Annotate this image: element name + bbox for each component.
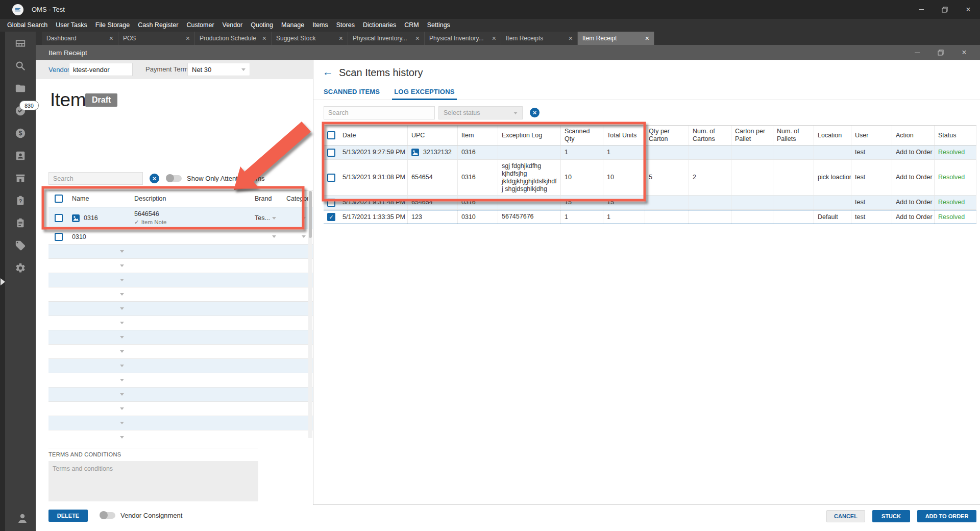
dropdown-arrow-icon[interactable] <box>120 293 124 296</box>
empty-item-row[interactable] <box>48 287 313 302</box>
row-checkbox[interactable] <box>327 199 335 207</box>
menu-item-vendor[interactable]: Vendor <box>218 19 247 32</box>
contacts-icon[interactable] <box>15 150 26 161</box>
item-row[interactable]: 03165646546✓Item NoteTes... <box>48 207 313 229</box>
dropdown-arrow-icon[interactable] <box>120 350 124 353</box>
tab-dashboard[interactable]: Dashboard× <box>42 32 118 45</box>
menu-item-quoting[interactable]: Quoting <box>247 19 277 32</box>
empty-item-row[interactable] <box>48 245 313 259</box>
window-close-button[interactable]: × <box>957 0 980 19</box>
attention-items-toggle[interactable] <box>166 175 182 182</box>
clear-filter-icon[interactable]: × <box>530 108 540 117</box>
tag-icon[interactable] <box>15 240 26 251</box>
menu-item-stores[interactable]: Stores <box>332 19 359 32</box>
tab-close-icon[interactable]: × <box>109 34 113 42</box>
item-search-input[interactable] <box>48 172 143 185</box>
tab-close-icon[interactable]: × <box>645 34 649 42</box>
tab-close-icon[interactable]: × <box>339 34 343 42</box>
inventory-help-icon[interactable]: ? <box>15 195 26 206</box>
item-note[interactable]: ✓Item Note <box>134 218 167 226</box>
menu-item-items[interactable]: Items <box>308 19 332 32</box>
user-profile-icon[interactable] <box>16 512 29 524</box>
empty-item-row[interactable] <box>48 359 313 373</box>
payment-terms-select[interactable]: Net 30 <box>187 63 250 76</box>
dropdown-arrow-icon[interactable] <box>120 407 124 410</box>
dropdown-arrow-icon[interactable] <box>120 422 124 424</box>
tab-close-icon[interactable]: × <box>492 34 496 42</box>
inner-close-button[interactable]: × <box>952 45 976 60</box>
folder-icon[interactable] <box>15 83 26 94</box>
clear-search-icon[interactable]: × <box>150 174 159 183</box>
back-arrow-icon[interactable]: ← <box>323 66 333 78</box>
dropdown-arrow-icon[interactable] <box>120 379 124 381</box>
menu-item-customer[interactable]: Customer <box>182 19 218 32</box>
row-checkbox[interactable] <box>327 149 335 157</box>
window-maximize-button[interactable] <box>933 0 957 19</box>
cancel-button[interactable]: CANCEL <box>826 510 865 522</box>
dropdown-arrow-icon[interactable] <box>120 250 124 253</box>
finance-dollar-icon[interactable]: $ <box>15 128 26 139</box>
row-checkbox[interactable] <box>327 174 335 182</box>
delete-button[interactable]: DELETE <box>48 510 88 522</box>
dropdown-arrow-icon[interactable] <box>272 217 276 220</box>
empty-item-row[interactable] <box>48 402 313 416</box>
stuck-button[interactable]: STUCK <box>872 510 910 522</box>
checklist-icon[interactable] <box>15 218 26 229</box>
empty-item-row[interactable] <box>48 302 313 316</box>
window-minimize-button[interactable] <box>910 0 933 19</box>
tab-close-icon[interactable]: × <box>186 34 190 42</box>
tab-log-exceptions[interactable]: LOG EXCEPTIONS <box>394 88 454 100</box>
tab-physical-inventory-[interactable]: Physical Inventory...× <box>425 32 501 45</box>
tab-physical-inventory-[interactable]: Physical Inventory...× <box>348 32 425 45</box>
dashboard-icon[interactable] <box>15 38 26 49</box>
empty-item-row[interactable] <box>48 388 313 402</box>
tab-pos[interactable]: POS× <box>118 32 195 45</box>
dropdown-arrow-icon[interactable] <box>302 235 306 238</box>
dropdown-arrow-icon[interactable] <box>120 307 124 310</box>
menu-item-cash-register[interactable]: Cash Register <box>134 19 182 32</box>
settings-gear-icon[interactable] <box>15 262 26 274</box>
empty-item-row[interactable] <box>48 330 313 345</box>
menu-item-file-storage[interactable]: File Storage <box>91 19 134 32</box>
dropdown-arrow-icon[interactable] <box>120 322 124 324</box>
terms-textarea[interactable] <box>48 461 258 501</box>
empty-item-row[interactable] <box>48 316 313 330</box>
inner-restore-button[interactable] <box>929 45 952 60</box>
scan-log-row[interactable]: ✓5/17/2021 1:33:35 PM123031056745767611D… <box>324 210 976 224</box>
search-icon[interactable] <box>15 60 26 71</box>
scan-log-row[interactable]: 5/13/2021 9:31:48 PM65465403161515testAd… <box>324 196 976 210</box>
add-to-order-button[interactable]: ADD TO ORDER <box>917 510 976 522</box>
menu-item-user-tasks[interactable]: User Tasks <box>52 19 91 32</box>
vendor-input[interactable] <box>69 63 133 76</box>
scan-log-row[interactable]: 5/13/2021 9:31:08 PM6546540316sgj fdghjk… <box>324 160 976 196</box>
empty-item-row[interactable] <box>48 430 313 439</box>
tab-close-icon[interactable]: × <box>569 34 573 42</box>
scan-search-input[interactable] <box>324 106 435 119</box>
dropdown-arrow-icon[interactable] <box>302 217 306 220</box>
sidebar-expand-arrow-icon[interactable] <box>1 278 5 285</box>
menu-item-manage[interactable]: Manage <box>277 19 308 32</box>
menu-item-settings[interactable]: Settings <box>423 19 454 32</box>
item-table-scrollbar[interactable] <box>308 190 312 438</box>
tab-scanned-items[interactable]: SCANNED ITEMS <box>324 88 380 100</box>
row-checkbox[interactable] <box>55 233 63 241</box>
tab-suggest-stock[interactable]: Suggest Stock× <box>272 32 348 45</box>
empty-item-row[interactable] <box>48 416 313 430</box>
empty-item-row[interactable] <box>48 373 313 388</box>
status-filter-select[interactable]: Select status <box>438 106 523 119</box>
tab-close-icon[interactable]: × <box>415 34 420 42</box>
tab-item-receipt[interactable]: Item Receipt× <box>578 32 654 45</box>
inner-minimize-button[interactable] <box>905 45 929 60</box>
dropdown-arrow-icon[interactable] <box>120 393 124 396</box>
scan-log-row[interactable]: 5/13/2021 9:27:59 PM32132132031611testAd… <box>324 146 976 160</box>
row-checkbox[interactable] <box>55 214 63 222</box>
menu-item-crm[interactable]: CRM <box>400 19 423 32</box>
dropdown-arrow-icon[interactable] <box>120 365 124 367</box>
dropdown-arrow-icon[interactable] <box>272 235 276 238</box>
row-checkbox[interactable]: ✓ <box>327 213 335 221</box>
row-checkbox[interactable] <box>55 195 63 203</box>
empty-item-row[interactable] <box>48 345 313 359</box>
vendor-consignment-toggle[interactable] <box>100 512 115 519</box>
dropdown-arrow-icon[interactable] <box>120 436 124 439</box>
item-row[interactable]: 0310 <box>48 229 313 245</box>
